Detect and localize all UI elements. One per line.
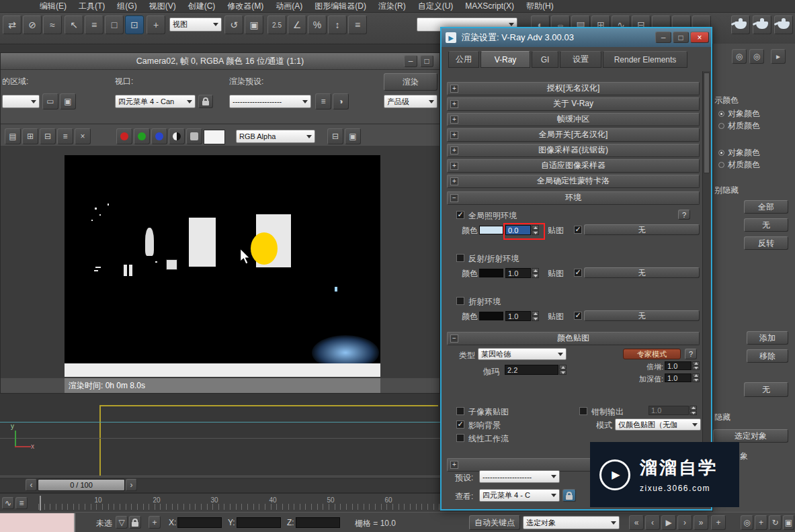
none-wide-button[interactable]: 无 [744, 382, 788, 397]
wireframe-material-color-radio[interactable] [718, 123, 724, 129]
expand-icon[interactable]: + [450, 131, 458, 139]
mode-combo[interactable]: 仅颜色贴图（无伽 [615, 418, 701, 431]
select-object-icon[interactable]: ↖ [65, 15, 83, 34]
select-by-name-icon[interactable]: ≡ [85, 15, 103, 34]
dialog-minimize-button[interactable]: – [655, 32, 671, 43]
expand-icon[interactable]: + [450, 146, 458, 154]
menu-item-customize[interactable]: 自定义(U) [412, 0, 460, 13]
set-key-icon[interactable]: + [711, 515, 726, 530]
reflection-color-swatch[interactable] [479, 269, 503, 277]
viewport-lock-icon[interactable] [198, 95, 213, 108]
previous-frame-arrow[interactable]: ‹ [26, 479, 37, 491]
subpixel-mapping-checkbox[interactable] [456, 407, 464, 415]
background-color-swatch[interactable] [204, 130, 225, 144]
select-and-rotate-icon[interactable]: ↺ [224, 15, 243, 34]
view-combo[interactable]: 四元菜单 4 - C [479, 489, 560, 502]
go-to-start-icon[interactable]: « [629, 515, 644, 530]
dialog-close-button[interactable]: × [690, 32, 709, 43]
menu-item-edit[interactable]: 编辑(E) [34, 0, 73, 13]
help-button[interactable]: ? [678, 210, 690, 220]
multiplier-field[interactable]: 1.0 [665, 361, 692, 370]
red-channel-icon[interactable] [116, 128, 132, 144]
render-production-icon[interactable] [774, 15, 793, 34]
rollout-frame-buffer[interactable]: +帧缓冲区 [447, 113, 700, 126]
burn-value-spinner[interactable] [692, 373, 700, 382]
rollout-global-switches[interactable]: +全局开关[无名汉化] [447, 128, 700, 142]
snap-toggle-icon[interactable]: 2.5 [267, 15, 286, 34]
render-button[interactable]: 渲染 [384, 73, 437, 91]
rollout-dmc[interactable]: +全局确定性蒙特卡洛 [447, 175, 700, 188]
orbit-viewport-icon[interactable]: ↻ [769, 515, 782, 530]
reflection-multiplier-spinner[interactable] [532, 268, 539, 278]
monochrome-channel-icon[interactable] [169, 128, 185, 144]
hide-selected-button[interactable]: 选定对象 [713, 429, 788, 443]
rendered-image[interactable] [65, 155, 380, 377]
gi-environment-checkbox[interactable] [456, 211, 464, 219]
mini-curve-editor-icon[interactable]: ∿ [2, 497, 14, 509]
rollout-image-sampler[interactable]: +图像采样器(抗锯齿) [447, 144, 700, 157]
hide-all-button[interactable]: 全部 [744, 200, 788, 214]
gi-multiplier-field[interactable]: 0.0 [505, 225, 531, 235]
refraction-environment-checkbox[interactable] [456, 297, 464, 305]
reference-coordinate-combo[interactable]: 视图 [169, 17, 222, 32]
help-button[interactable]: ? [685, 349, 697, 359]
shaded-material-color-radio[interactable] [718, 162, 724, 168]
gi-map-checkbox[interactable] [574, 226, 582, 234]
transform-entry-mode-icon[interactable]: + [149, 516, 161, 529]
rectangular-region-icon[interactable]: □ [105, 15, 124, 34]
x-coordinate-field[interactable] [177, 517, 222, 528]
menu-item-help[interactable]: 帮助(H) [520, 0, 560, 13]
gamma-spinner[interactable] [559, 365, 567, 375]
rollout-authorization[interactable]: +授权[无名汉化] [447, 82, 700, 95]
hide-none-button[interactable]: 无 [744, 218, 788, 232]
remove-button[interactable]: 移除 [747, 349, 788, 363]
refraction-color-swatch[interactable] [479, 312, 503, 320]
menu-item-create[interactable]: 创建(C) [182, 0, 222, 13]
rfw-minimize-button[interactable]: – [404, 55, 417, 67]
rollout-adaptive-sampler[interactable]: +自适应图像采样器 [447, 159, 700, 173]
blue-channel-icon[interactable] [151, 128, 167, 144]
previous-frame-icon[interactable]: ‹ [645, 515, 660, 530]
dialog-scrollbar[interactable] [702, 71, 710, 468]
menu-item-tools[interactable]: 工具(T) [73, 0, 111, 13]
reflection-multiplier-field[interactable]: 1.0 [505, 268, 531, 278]
track-options-icon[interactable]: ≡ [15, 497, 28, 509]
auto-region-icon[interactable]: ▣ [60, 93, 76, 109]
alpha-channel-icon[interactable] [186, 128, 202, 144]
rollout-color-mapping[interactable]: −颜色贴图 [447, 332, 700, 345]
hide-invert-button[interactable]: 反转 [744, 236, 788, 250]
expand-icon[interactable]: + [450, 162, 458, 170]
menu-item-graph-editors[interactable]: 图形编辑器(D) [308, 0, 372, 13]
save-image-icon[interactable]: ▤ [5, 128, 21, 144]
refraction-multiplier-spinner[interactable] [532, 311, 539, 321]
rfw-maximize-button[interactable]: □ [420, 55, 433, 67]
preset-combo[interactable]: -------------------- [479, 470, 560, 483]
refraction-multiplier-field[interactable]: 1.0 [505, 311, 531, 321]
linear-workflow-checkbox[interactable] [456, 434, 464, 442]
menu-item-group[interactable]: 组(G) [111, 0, 142, 13]
rendered-frame-window-icon[interactable] [753, 15, 771, 34]
reflection-map-checkbox[interactable] [574, 269, 582, 277]
burn-value-field[interactable]: 1.0 [665, 373, 692, 382]
gi-multiplier-spinner[interactable] [532, 225, 539, 235]
color-mapping-type-combo[interactable]: 莱因哈德 [478, 348, 567, 360]
reflection-map-none-button[interactable]: 无 [584, 267, 700, 278]
select-and-link-icon[interactable]: ⇄ [3, 15, 22, 34]
clamp-output-checkbox[interactable] [579, 407, 587, 415]
tab-render-elements[interactable]: Render Elements [603, 51, 687, 68]
y-coordinate-field[interactable] [237, 517, 281, 528]
gi-color-swatch[interactable] [479, 226, 503, 234]
collapse-icon[interactable]: − [450, 194, 458, 202]
refraction-map-none-button[interactable]: 无 [584, 310, 700, 321]
current-frame-marker[interactable] [40, 496, 41, 511]
unlink-selection-icon[interactable]: ⊘ [23, 15, 42, 34]
rollout-environment[interactable]: −环境 [447, 191, 700, 205]
z-coordinate-field[interactable] [296, 517, 340, 528]
refraction-map-checkbox[interactable] [574, 312, 582, 320]
scrollbar-thumb[interactable] [704, 73, 710, 173]
expand-icon[interactable]: + [450, 177, 458, 185]
print-image-icon[interactable]: ≡ [57, 128, 73, 144]
edit-region-icon[interactable]: ▭ [42, 93, 58, 109]
reflection-environment-checkbox[interactable] [456, 254, 464, 262]
menu-item-animation[interactable]: 动画(A) [269, 0, 308, 13]
